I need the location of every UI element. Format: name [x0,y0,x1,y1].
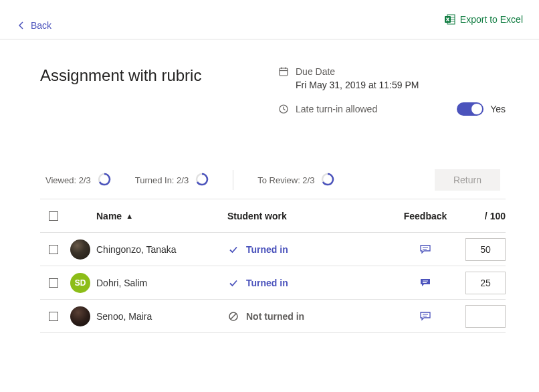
clock-icon [278,104,289,114]
header-work[interactable]: Student work [227,211,399,221]
stat-viewed: Viewed: 2/3 [45,173,111,188]
stat-to-review: To Review: 2/3 [257,173,334,188]
blocked-icon [227,310,239,322]
stat-to-review-label: To Review: 2/3 [257,175,314,185]
student-name[interactable]: Senoo, Maira [94,311,227,322]
student-work-cell[interactable]: Turned in [227,277,399,289]
feedback-icon[interactable] [419,243,432,256]
page-title: Assignment with rubric [40,66,251,85]
feedback-cell [399,310,452,323]
student-name[interactable]: Chingonzo, Tanaka [94,244,227,255]
students-table: Name ▲ Student work Feedback / 100 Ching… [40,199,506,333]
row-checkbox[interactable] [49,245,58,254]
export-link[interactable]: Export to Excel [444,13,523,25]
header-name-label: Name [96,211,122,221]
progress-circle-icon [195,173,209,188]
header-row: Assignment with rubric Due Date Fri May … [40,66,506,116]
progress-circle-icon [321,173,334,188]
progress-circle-icon [98,173,111,188]
return-button[interactable]: Return [435,169,500,191]
avatar [70,239,90,260]
due-date-line: Due Date [278,66,506,77]
avatar: SD [70,273,90,293]
late-turnin-row: Late turn-in allowed Yes [278,102,506,116]
score-input[interactable] [465,305,506,328]
avatar-cell [67,239,94,260]
row-checkbox[interactable] [49,278,58,288]
content: Assignment with rubric Due Date Fri May … [0,39,539,333]
stat-viewed-label: Viewed: 2/3 [45,175,91,185]
sort-ascending-icon: ▲ [126,212,133,220]
vertical-divider [233,170,233,190]
svg-line-18 [231,314,236,319]
stat-turned-in: Turned In: 2/3 [135,173,209,188]
late-toggle-group: Yes [457,102,506,116]
header-feedback[interactable]: Feedback [399,211,452,221]
export-label: Export to Excel [460,14,523,25]
work-status-label: Not turned in [246,311,304,322]
score-input[interactable] [465,238,506,261]
toggle-knob [471,104,482,114]
select-all-checkbox[interactable] [49,211,58,221]
feedback-cell [399,276,452,290]
chevron-left-icon [16,20,27,31]
due-date-label: Due Date [296,66,335,77]
feedback-icon[interactable] [419,310,432,323]
row-checkbox-cell [40,278,67,288]
late-toggle[interactable] [457,102,483,116]
calendar-icon [278,66,289,77]
header-checkbox-cell [40,211,67,221]
svg-rect-5 [280,68,288,76]
student-work-cell[interactable]: Turned in [227,243,399,256]
student-work-cell[interactable]: Not turned in [227,310,399,322]
header-score[interactable]: / 100 [452,211,506,221]
avatar-cell: SD [67,273,94,293]
avatar-cell [67,306,94,326]
late-turnin-label: Late turn-in allowed [296,104,377,114]
work-status-label: Turned in [246,278,288,288]
avatar [70,306,90,326]
student-name[interactable]: Dohri, Salim [94,278,227,288]
top-bar: Back Export to Excel [0,0,539,39]
stat-turned-in-label: Turned In: 2/3 [135,175,189,185]
table-row: Chingonzo, TanakaTurned in [40,233,506,266]
header-name[interactable]: Name ▲ [94,211,227,221]
row-checkbox-cell [40,312,67,321]
due-date-value: Fri May 31, 2019 at 11:59 PM [296,80,506,90]
score-cell [452,238,506,261]
row-checkbox-cell [40,245,67,254]
feedback-icon[interactable] [419,276,432,290]
table-header-row: Name ▲ Student work Feedback / 100 [40,199,506,233]
stats-row: Viewed: 2/3 Turned In: 2/3 To Review: 2/… [40,169,506,199]
score-cell [452,305,506,328]
back-link[interactable]: Back [16,20,51,31]
score-cell [452,272,506,294]
late-toggle-value: Yes [490,104,506,114]
checkmark-icon [227,243,239,256]
excel-icon [444,13,456,25]
row-checkbox[interactable] [49,312,58,321]
score-input[interactable] [465,272,506,294]
table-row: Senoo, MairaNot turned in [40,300,506,333]
meta-box: Due Date Fri May 31, 2019 at 11:59 PM La… [278,66,506,116]
work-status-label: Turned in [246,244,288,255]
back-label: Back [31,20,51,31]
table-row: SDDohri, SalimTurned in [40,266,506,300]
feedback-cell [399,243,452,256]
checkmark-icon [227,277,239,289]
